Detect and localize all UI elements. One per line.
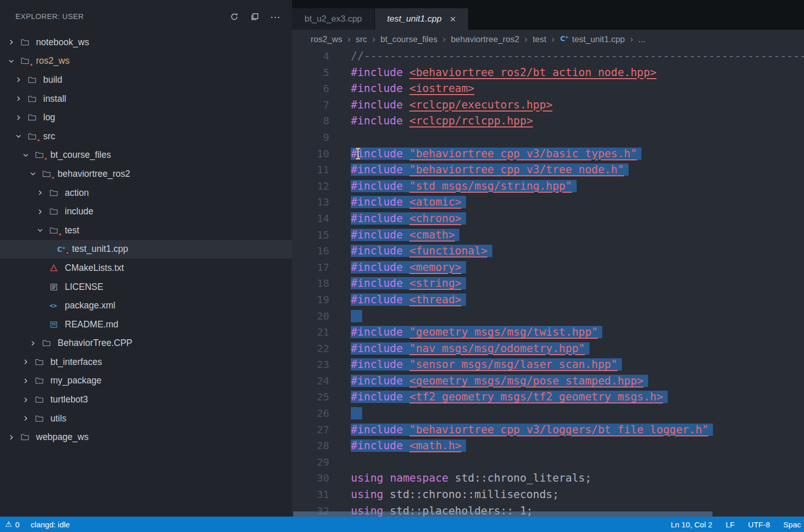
split-editor-icon[interactable] xyxy=(249,11,260,22)
chevron-right-icon[interactable] xyxy=(22,358,35,366)
code-line-31[interactable]: 31using std::chrono::milliseconds; xyxy=(292,487,804,503)
breadcrumb-item-test[interactable]: test xyxy=(532,34,546,44)
tree-file-test_unit1.cpp[interactable]: C+test_unit1.cpp xyxy=(0,240,292,259)
code-line-7[interactable]: 7#include <rclcpp/executors.hpp> xyxy=(292,97,804,114)
tree-folder-notebook_ws[interactable]: notebook_ws xyxy=(0,33,292,52)
tree-folder-include[interactable]: include xyxy=(0,202,292,221)
code-line-21[interactable]: 21#include "geometry_msgs/msg/twist.hpp" xyxy=(292,324,804,341)
breadcrumb-item-...[interactable]: ... xyxy=(638,34,646,44)
code-line-25[interactable]: 25#include <tf2_geometry_msgs/tf2_geomet… xyxy=(292,389,804,406)
chevron-right-icon[interactable] xyxy=(22,414,35,423)
refresh-icon[interactable] xyxy=(228,11,240,22)
code-line-13[interactable]: 13#include <atomic> xyxy=(292,194,804,211)
tree-folder-BehaviorTree.CPP[interactable]: BehaviorTree.CPP xyxy=(0,334,292,353)
line-number: 31 xyxy=(292,487,351,503)
chevron-right-icon[interactable] xyxy=(22,396,35,404)
horizontal-scrollbar[interactable] xyxy=(293,511,712,517)
modified-dot xyxy=(37,138,41,142)
tree-file-CMakeLists.txt[interactable]: CMakeLists.txt xyxy=(0,259,292,278)
chevron-right-icon[interactable] xyxy=(29,339,42,347)
chevron-right-icon[interactable] xyxy=(36,208,49,216)
tree-file-package.xml[interactable]: <>package.xml xyxy=(0,296,292,315)
chevron-down-icon[interactable] xyxy=(36,226,49,234)
code-line-18[interactable]: 18#include <string> xyxy=(292,276,804,292)
chevron-right-icon[interactable] xyxy=(14,76,28,84)
tree-file-README.md[interactable]: README.md xyxy=(0,315,292,334)
language-status[interactable]: clangd: idle xyxy=(31,520,70,529)
tree-folder-webpage_ws[interactable]: webpage_ws xyxy=(0,428,292,447)
tree-folder-utils[interactable]: utils xyxy=(0,409,292,428)
tree-folder-test[interactable]: test xyxy=(0,221,292,240)
code-line-28[interactable]: 28#include <math.h> xyxy=(292,438,804,454)
code-line-22[interactable]: 22#include "nav_msgs/msg/odometry.hpp" xyxy=(292,341,804,357)
tree-folder-ros2_ws[interactable]: ros2_ws xyxy=(0,52,292,71)
chevron-down-icon[interactable] xyxy=(14,132,28,140)
line-content: using std::chrono::milliseconds; xyxy=(351,488,559,501)
code-line-17[interactable]: 17#include <memory> xyxy=(292,260,804,276)
warning-icon: ⚠ xyxy=(5,520,12,529)
code-line-23[interactable]: 23#include "sensor_msgs/msg/laser_scan.h… xyxy=(292,357,804,373)
breadcrumb-item-src[interactable]: src xyxy=(355,34,367,44)
tree-folder-bt_interfaces[interactable]: bt_interfaces xyxy=(0,353,292,372)
tree-folder-log[interactable]: log xyxy=(0,108,292,127)
tree-folder-src[interactable]: src xyxy=(0,127,292,146)
more-actions-icon[interactable]: ··· xyxy=(270,11,281,22)
code-line-27[interactable]: 27#include "behaviortree_cpp_v3/loggers/… xyxy=(292,422,804,438)
tab-test_unit1.cpp[interactable]: test_unit1.cpp× xyxy=(375,8,469,30)
chevron-down-icon[interactable] xyxy=(7,57,21,65)
tree-folder-install[interactable]: install xyxy=(0,89,292,108)
tree-folder-behaviortree_ros2[interactable]: behaviortree_ros2 xyxy=(0,164,292,184)
chevron-down-icon[interactable] xyxy=(29,170,42,178)
tree-folder-my_package[interactable]: my_package xyxy=(0,372,292,391)
code-line-8[interactable]: 8#include <rclcpp/rclcpp.hpp> xyxy=(292,113,804,130)
chevron-down-icon[interactable] xyxy=(22,151,35,159)
line-content: #include "behaviortree_cpp_v3/loggers/bt… xyxy=(351,424,708,436)
code-line-9[interactable]: 9 xyxy=(292,130,804,146)
line-number: 6 xyxy=(292,81,351,97)
line-content: #include <math.h> xyxy=(351,439,461,452)
encoding-indicator[interactable]: UTF-8 xyxy=(748,520,770,529)
chevron-right-icon[interactable] xyxy=(14,114,28,122)
chevron-right-icon[interactable] xyxy=(22,377,35,385)
chevron-right-icon[interactable] xyxy=(7,433,21,442)
status-bar: ⚠ 0 clangd: idle Ln 10, Col 2 LF UTF-8 S… xyxy=(0,517,804,532)
chevron-right-icon[interactable] xyxy=(7,38,21,46)
code-line-16[interactable]: 16#include <functional> xyxy=(292,243,804,260)
tree-folder-turtlebot3[interactable]: turtlebot3 xyxy=(0,390,292,409)
problems-indicator[interactable]: ⚠ 0 xyxy=(5,520,20,529)
code-line-5[interactable]: 5#include <behaviortree_ros2/bt_action_n… xyxy=(292,65,804,81)
code-line-29[interactable]: 29 xyxy=(292,454,804,471)
breadcrumb-item-ros2_ws[interactable]: ros2_ws xyxy=(311,34,342,44)
code-line-6[interactable]: 6#include <iostream> xyxy=(292,81,804,97)
breadcrumb-item-test_unit1.cpp[interactable]: C+test_unit1.cpp xyxy=(560,34,625,45)
tree-folder-bt_course_files[interactable]: bt_course_files xyxy=(0,146,292,165)
tree-file-LICENSE[interactable]: LICENSE xyxy=(0,278,292,297)
breadcrumb-item-bt_course_files[interactable]: bt_course_files xyxy=(380,34,437,44)
breadcrumb-label: test_unit1.cpp xyxy=(572,34,625,44)
eol-indicator[interactable]: LF xyxy=(726,520,735,529)
code-editor[interactable]: 4//-------------------------------------… xyxy=(292,48,804,517)
code-line-24[interactable]: 24#include <geometry_msgs/msg/pose_stamp… xyxy=(292,373,804,390)
tree-item-label: log xyxy=(43,112,55,123)
code-line-14[interactable]: 14#include <chrono> xyxy=(292,211,804,227)
code-line-19[interactable]: 19#include <thread> xyxy=(292,292,804,308)
close-icon[interactable]: × xyxy=(450,14,456,24)
line-number: 13 xyxy=(292,194,351,211)
code-line-20[interactable]: 20 xyxy=(292,308,804,325)
code-line-15[interactable]: 15#include <cmath> xyxy=(292,227,804,244)
cmake-file-icon xyxy=(49,264,60,272)
tree-folder-action[interactable]: action xyxy=(0,184,292,203)
code-line-4[interactable]: 4//-------------------------------------… xyxy=(292,48,804,65)
tree-folder-build[interactable]: build xyxy=(0,70,292,89)
breadcrumb-item-behaviortree_ros2[interactable]: behaviortree_ros2 xyxy=(451,34,519,44)
indentation-indicator[interactable]: Spac xyxy=(783,520,801,529)
code-line-30[interactable]: 30using namespace std::chrono_literals; xyxy=(292,470,804,487)
cursor-position[interactable]: Ln 10, Col 2 xyxy=(671,520,712,529)
code-line-12[interactable]: 12#include "std_msgs/msg/string.hpp" xyxy=(292,178,804,195)
chevron-right-icon[interactable] xyxy=(14,95,28,103)
chevron-right-icon[interactable] xyxy=(36,189,49,197)
code-line-11[interactable]: 11#include "behaviortree_cpp_v3/tree_nod… xyxy=(292,162,804,178)
tab-bt_u2_ex3.cpp[interactable]: bt_u2_ex3.cpp xyxy=(292,8,375,30)
code-line-10[interactable]: 10#include "behaviortree_cpp_v3/basic_ty… xyxy=(292,146,804,162)
code-line-26[interactable]: 26 xyxy=(292,406,804,422)
